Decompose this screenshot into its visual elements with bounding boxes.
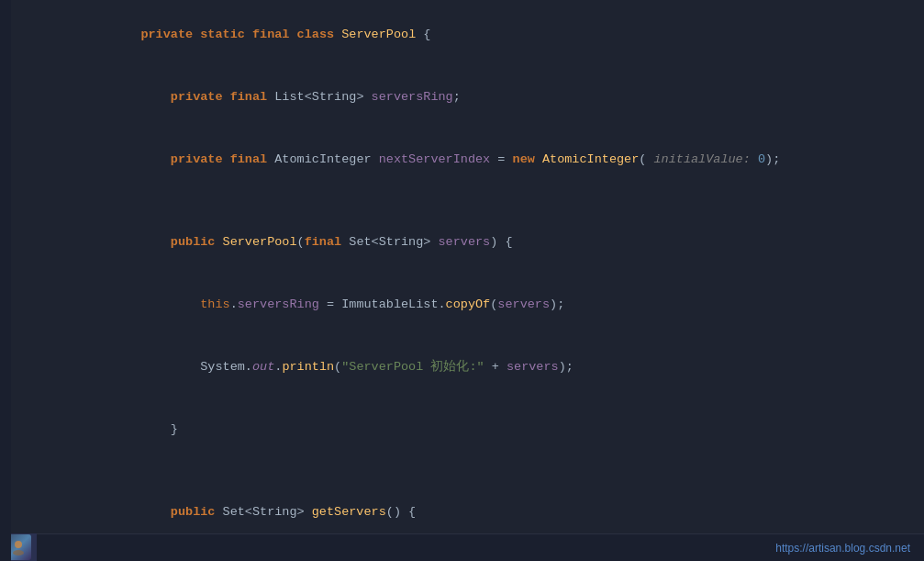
url-text: https://artisan.blog.csdn.net [775, 542, 910, 555]
line-body-1: private static final class ServerPool { [37, 5, 430, 65]
code-wrapper: private static final class ServerPool { … [11, 0, 924, 533]
code-line-blank2 [11, 461, 924, 481]
avatar-icon [10, 539, 27, 555]
code-line-6: this.serversRing = ImmutableList.copyOf(… [11, 274, 924, 336]
code-line-5: public ServerPool(final Set<String> serv… [11, 211, 924, 274]
line-body-7: System.out.println("ServerPool 初始化:" + s… [37, 337, 573, 398]
code-line-3: private final AtomicInteger nextServerIn… [11, 129, 924, 191]
line-body-2: private final List<String> serversRing; [37, 67, 461, 128]
code-line-7: System.out.println("ServerPool 初始化:" + s… [11, 336, 924, 398]
svg-point-1 [13, 550, 24, 555]
code-line-8: } [11, 398, 924, 461]
line-body-3: private final AtomicInteger nextServerIn… [37, 129, 780, 190]
code-line-10: public Set<String> getServers() { [11, 481, 924, 533]
code-line-2: private final List<String> serversRing; [11, 66, 924, 129]
lines-container: private static final class ServerPool { … [11, 0, 924, 533]
code-editor: private static final class ServerPool { … [0, 0, 924, 561]
line-body-6: this.serversRing = ImmutableList.copyOf(… [37, 275, 564, 335]
bottom-bar: https://artisan.blog.csdn.net [0, 533, 924, 561]
line-body-8: } [37, 399, 178, 460]
line-body-5: public ServerPool(final Set<String> serv… [37, 212, 513, 273]
svg-point-0 [15, 541, 22, 548]
sidebar-left [0, 0, 11, 561]
line-body-10: public Set<String> getServers() { [37, 482, 416, 533]
code-line-blank1 [11, 191, 924, 211]
code-line-1: private static final class ServerPool { [11, 4, 924, 66]
